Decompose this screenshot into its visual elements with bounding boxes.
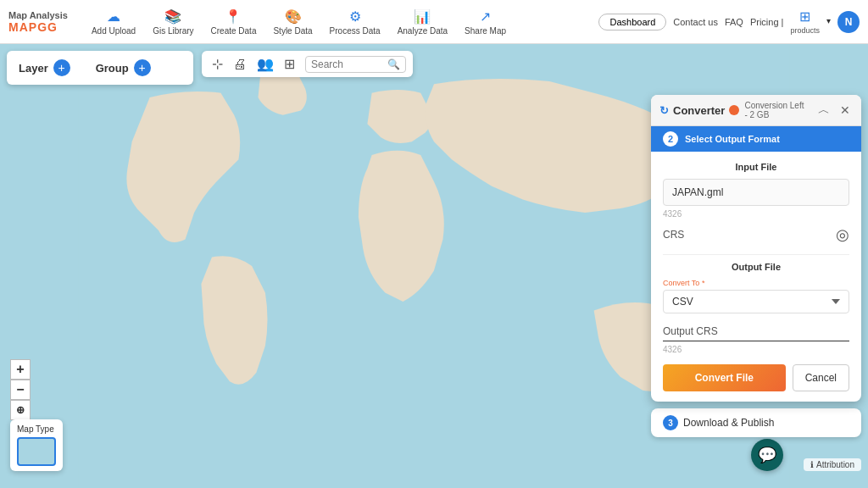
nav-create-data[interactable]: 📍 Create Data [206,7,262,37]
search-input[interactable] [311,58,387,70]
nav-add-upload[interactable]: ☁ Add Upload [86,7,141,37]
refresh-icon: ↻ [659,104,669,117]
convert-file-button[interactable]: Convert File [663,364,786,391]
map-type-label: Map Type [17,424,54,434]
divider [663,254,849,255]
brand-logo-text: MAPGG [8,20,68,34]
conversion-left: Conversion Left - 2 GB [744,101,805,119]
attribution-text: Attribution [816,460,854,469]
converter-header: ↻ Converter Conversion Left - 2 GB ︿ ✕ [651,95,861,126]
step-label: Select Output Format [685,134,780,144]
converter-step-bar: 2 Select Output Format [651,126,861,152]
contact-link[interactable]: Contact us [673,17,718,27]
add-group-button[interactable]: + [134,59,151,76]
print-icon[interactable]: 🖨 [230,55,250,74]
navbar: Map Analysis MAPGG ☁ Add Upload 📚 Gis Li… [0,0,868,44]
cloud-upload-icon: ☁ [107,8,120,25]
layer-item: Layer + [19,59,70,76]
crs-label: CRS [663,229,684,241]
input-filename: JAPAN.gml [663,179,849,206]
nav-process-data[interactable]: ⚙ Process Data [325,7,386,37]
chat-button[interactable]: 💬 [751,439,783,471]
brand-logo: Map Analysis MAPGG [8,10,68,34]
group-item: Group + [96,59,151,76]
layer-panel: Layer + Group + [7,51,193,85]
converter-panel: ↻ Converter Conversion Left - 2 GB ︿ ✕ 2… [651,95,861,402]
group-label: Group [96,62,129,75]
locate-button[interactable]: ⊕ [10,400,31,420]
brand-title: Map Analysis [8,10,68,20]
grid-icon: ⊞ [799,8,810,25]
avatar[interactable]: N [837,11,860,33]
process-icon: ⚙ [349,8,361,25]
step-number: 2 [663,131,678,147]
map-controls: + − ⊕ [10,359,31,420]
crs-row: CRS ◎ [663,225,849,244]
dashboard-button[interactable]: Dashboard [598,14,666,30]
nav-style-data[interactable]: 🎨 Style Data [268,7,317,37]
format-select[interactable]: CSV GeoJSON Shapefile KML GML GPX WKT [663,290,849,313]
output-section-label: Output File [663,262,849,272]
download-bar[interactable]: 3 Download & Publish [651,408,861,437]
crs-scan-icon[interactable]: ◎ [836,225,849,244]
output-crs-value: 4326 [663,345,849,354]
search-box: 🔍 [305,56,406,73]
pricing-link[interactable]: Pricing | [750,17,784,27]
faq-link[interactable]: FAQ [725,17,743,27]
map-toolbar: ⊹ 🖨 👥 ⊞ 🔍 [202,51,413,77]
cancel-button[interactable]: Cancel [793,364,849,391]
share-icon: ↗ [480,8,491,25]
map-area[interactable]: Layer + Group + ⊹ 🖨 👥 ⊞ 🔍 + − ⊕ Map Type [0,44,868,488]
converter-actions: Convert File Cancel [663,364,849,391]
status-dot [729,105,739,115]
info-icon: ℹ [810,460,814,469]
library-icon: 📚 [164,8,181,25]
nav-analyze-data[interactable]: 📊 Analyze Data [392,7,453,37]
add-layer-button[interactable]: + [53,59,70,76]
table-icon[interactable]: ⊞ [281,54,298,74]
close-button[interactable]: ✕ [837,103,853,117]
output-section: Convert To * CSV GeoJSON Shapefile KML G… [663,279,849,391]
map-type-thumbnail[interactable] [17,437,56,466]
convert-to-label: Convert To * [663,279,849,287]
nav-gis-library[interactable]: 📚 Gis Library [147,7,198,37]
nav-share-map[interactable]: ↗ Share Map [459,7,511,37]
map-type-panel[interactable]: Map Type [10,419,63,471]
attribution-bar[interactable]: ℹ Attribution [804,458,861,471]
download-label: Download & Publish [683,417,774,429]
zoom-out-button[interactable]: − [10,380,31,400]
select-tool-icon[interactable]: ⊹ [209,54,226,74]
nav-right: Dashboard Contact us FAQ Pricing | ⊞ pro… [598,8,860,35]
converter-body: Input File JAPAN.gml 4326 CRS ◎ Output F… [651,152,861,402]
users-icon[interactable]: 👥 [253,54,277,74]
search-icon: 🔍 [387,58,400,70]
pin-icon: 📍 [225,8,242,25]
output-crs-input[interactable] [663,322,849,341]
download-step-number: 3 [663,415,678,430]
analyze-icon: 📊 [414,8,431,25]
products-button[interactable]: ⊞ products [790,8,820,35]
input-section-label: Input File [663,162,849,172]
minimize-button[interactable]: ︿ [815,103,832,118]
input-crs-hint: 4326 [663,209,849,219]
style-icon: 🎨 [285,8,302,25]
layer-label: Layer [19,62,48,75]
converter-title: ↻ Converter [659,104,739,117]
chevron-down-icon: ▾ [826,16,831,25]
zoom-in-button[interactable]: + [10,359,31,380]
